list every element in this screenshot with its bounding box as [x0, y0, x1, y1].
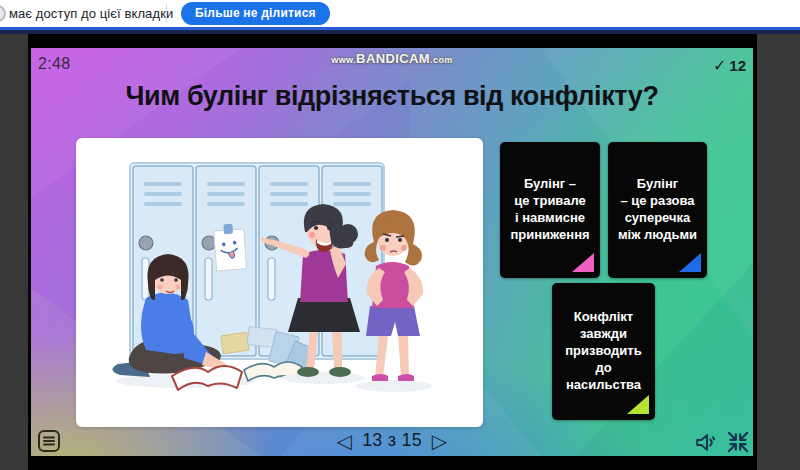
sharing-message: має доступ до цієї вкладки: [9, 6, 173, 21]
answer-text: Конфлікт завжди призводить до насильства: [565, 309, 641, 393]
answer-option-1[interactable]: Булінг – це тривале і навмисне приниженн…: [500, 142, 600, 278]
site-favicon: [0, 5, 6, 22]
player-controls-right: [693, 429, 751, 455]
answer-accent-triangle: [627, 395, 649, 414]
check-icon: ✓: [713, 56, 726, 75]
answer-accent-triangle: [679, 253, 701, 272]
exit-fullscreen-button[interactable]: [725, 429, 751, 455]
answer-option-3[interactable]: Конфлікт завжди призводить до насильства: [552, 283, 655, 420]
prev-slide-button[interactable]: ◁: [337, 431, 352, 451]
answer-accent-triangle: [572, 253, 594, 272]
infobar-divider: [166, 4, 167, 23]
tab-sharing-infobar: має доступ до цієї вкладки Більше не діл…: [0, 0, 800, 27]
screen: має доступ до цієї вкладки Більше не діл…: [0, 0, 800, 470]
volume-button[interactable]: [693, 430, 718, 455]
answered-counter: ✓12: [713, 56, 746, 75]
answered-count: 12: [729, 57, 746, 74]
answer-option-2[interactable]: Булінг – це разова суперечка між людьми: [608, 142, 707, 278]
slide-counter: 13 з 15: [362, 430, 422, 451]
answer-text: Булінг – це тривале і навмисне приниженн…: [510, 176, 589, 244]
watermark-prefix: www.: [331, 55, 356, 65]
bandicam-watermark: www.BANDICAM.com: [31, 49, 753, 67]
illustration-card: [76, 138, 483, 427]
speaker-icon: [693, 430, 718, 455]
shared-video-frame: 2:48 www.BANDICAM.com ✓12 Чим булінг від…: [28, 34, 757, 470]
watermark-name: BANDICAM: [356, 51, 430, 66]
stop-sharing-button[interactable]: Більше не ділитися: [181, 2, 330, 25]
collapse-arrows-icon: [725, 429, 751, 455]
shared-tab-border-shadow: [0, 30, 800, 34]
bullying-scene-illustration: [76, 138, 483, 427]
quiz-slide: 2:48 www.BANDICAM.com ✓12 Чим булінг від…: [31, 48, 753, 456]
watermark-suffix: .com: [430, 55, 453, 65]
question-title: Чим булінг відрізняється від конфлікту?: [31, 81, 753, 112]
next-slide-button[interactable]: ▷: [432, 431, 447, 451]
answer-text: Булінг – це разова суперечка між людьми: [618, 176, 697, 244]
slide-navigation: ◁ 13 з 15 ▷: [31, 430, 753, 451]
